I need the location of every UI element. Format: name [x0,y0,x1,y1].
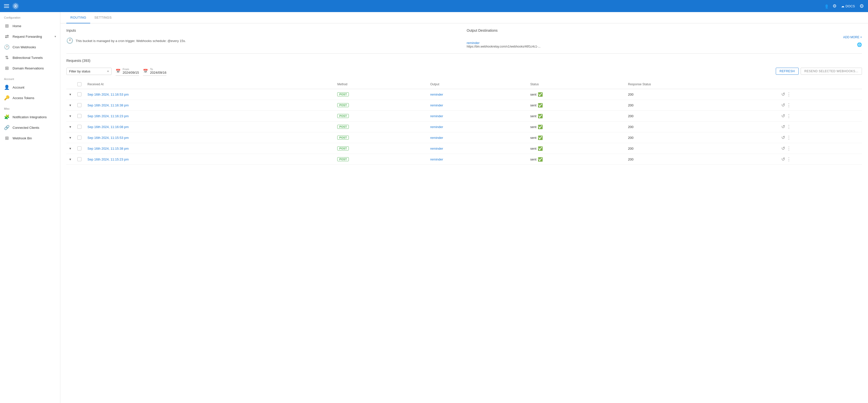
replay-button-3[interactable]: ↺ [781,124,785,129]
more-button-0[interactable]: ⋮ [786,92,791,97]
expand-cell-1[interactable]: ▾ [66,100,74,111]
sidebar-item-cron-webhooks[interactable]: 🕐 Cron Webhooks [0,42,60,52]
row-actions-4: ↺ ⋮ [781,135,859,140]
sidebar-item-bidirectional-tunnels[interactable]: ⇅ Bidirectional Tunnels [0,52,60,63]
calendar-from-icon[interactable]: 📅 [116,69,121,74]
calendar-to-icon[interactable]: 📅 [143,69,148,74]
expand-cell-3[interactable]: ▾ [66,121,74,132]
date-link-3[interactable]: Sep 16th 2024, 11:16:08 pm [88,125,129,129]
row-checkbox-5[interactable] [78,146,82,150]
date-link-2[interactable]: Sep 16th 2024, 11:16:23 pm [88,114,129,118]
hamburger-icon[interactable] [4,4,9,8]
output-panel: Output Destinations ADD MORE + reminder … [467,28,862,48]
sidebar-item-notification-integrations[interactable]: 🧩 Notification Integrations [0,112,60,122]
output-cell-link-5[interactable]: reminder [430,147,443,150]
expand-icon-4[interactable]: ▾ [69,136,71,140]
replay-button-2[interactable]: ↺ [781,113,785,119]
tab-settings[interactable]: SETTINGS [90,12,116,23]
more-button-6[interactable]: ⋮ [786,156,791,162]
output-url: https://bin.webhookrelay.com/v1/webhooks… [467,45,540,48]
inputs-panel: Inputs 🕐 This bucket is managed by a cro… [66,28,462,48]
table-row: ▾ Sep 16th 2024, 11:15:53 pm POST remind… [66,132,862,143]
sidebar-item-connected-clients[interactable]: 🔗 Connected Clients [0,122,60,133]
expand-cell-5[interactable]: ▾ [66,143,74,154]
sidebar-item-access-tokens[interactable]: 🔑 Access Tokens [0,93,60,103]
date-link-1[interactable]: Sep 16th 2024, 11:16:38 pm [88,104,129,107]
filter-placeholder: Filter by status [69,69,90,73]
date-link-5[interactable]: Sep 16th 2024, 11:15:38 pm [88,147,129,150]
more-button-2[interactable]: ⋮ [786,113,791,119]
gear-icon[interactable]: ⚙ [860,3,864,9]
date-link-0[interactable]: Sep 16th 2024, 11:16:53 pm [88,93,129,96]
output-cell-link-4[interactable]: reminder [430,136,443,140]
refresh-button[interactable]: REFRESH [776,68,799,75]
replay-button-4[interactable]: ↺ [781,135,785,140]
replay-button-0[interactable]: ↺ [781,92,785,97]
expand-icon-0[interactable]: ▾ [69,92,71,96]
output-link[interactable]: reminder [467,41,479,45]
date-link-6[interactable]: Sep 16th 2024, 11:15:23 pm [88,157,129,161]
output-cell-link-3[interactable]: reminder [430,125,443,129]
output-title: Output Destinations [467,28,862,32]
date-link-4[interactable]: Sep 16th 2024, 11:15:53 pm [88,136,129,140]
logo-icon [12,2,19,9]
more-button-1[interactable]: ⋮ [786,103,791,108]
docs-button[interactable]: ☁ DOCS [841,4,855,8]
add-more-button[interactable]: ADD MORE + [467,35,862,39]
th-received-at: Received At [85,80,334,89]
status-text-0: sent [530,93,536,96]
expand-icon-5[interactable]: ▾ [69,146,71,150]
expand-icon-3[interactable]: ▾ [69,125,71,129]
row-actions-cell-6: ↺ ⋮ [778,154,862,165]
output-cell-link-1[interactable]: reminder [430,104,443,107]
received-at-cell-0: Sep 16th 2024, 11:16:53 pm [85,89,334,100]
sidebar-item-label-home: Home [12,24,21,28]
replay-button-6[interactable]: ↺ [781,156,785,162]
sidebar-item-request-forwarding[interactable]: ⇄ Request Forwarding ▾ [0,31,60,42]
received-at-cell-6: Sep 16th 2024, 11:15:23 pm [85,154,334,165]
row-checkbox-6[interactable] [78,157,82,161]
sidebar-item-webhook-bin[interactable]: ⊞ Webhook Bin [0,133,60,143]
sidebar-item-domain-reservations[interactable]: ⊞ Domain Reservations [0,63,60,74]
expand-cell-0[interactable]: ▾ [66,89,74,100]
output-cell-link-6[interactable]: reminder [430,157,443,161]
tab-routing[interactable]: ROUTING [66,12,90,23]
replay-button-5[interactable]: ↺ [781,146,785,151]
bin-icon: ⊞ [4,135,9,141]
cron-message: This bucket is managed by a cron trigger… [75,39,186,43]
output-cell-link-2[interactable]: reminder [430,114,443,118]
more-button-3[interactable]: ⋮ [786,124,791,129]
sidebar-item-account[interactable]: 👤 Account [0,82,60,93]
output-cell-1: reminder [427,100,527,111]
expand-icon-6[interactable]: ▾ [69,157,71,161]
settings-icon[interactable]: ⚙ [833,3,837,9]
users-icon[interactable]: 👥 [823,3,828,9]
filter-status-select[interactable]: Filter by status ▾ [66,68,112,75]
docs-icon: ☁ [841,4,844,8]
select-all-checkbox[interactable] [78,82,82,86]
row-checkbox-1[interactable] [78,103,82,107]
response-status-cell-2: 200 [625,111,778,121]
row-actions-cell-2: ↺ ⋮ [778,111,862,121]
response-status-cell-1: 200 [625,100,778,111]
sidebar-item-home[interactable]: ⊞ Home [0,21,60,31]
th-checkbox [74,80,85,89]
expand-icon-2[interactable]: ▾ [69,114,71,118]
more-button-4[interactable]: ⋮ [786,135,791,140]
replay-button-1[interactable]: ↺ [781,103,785,108]
expand-icon-1[interactable]: ▾ [69,103,71,107]
expand-cell-6[interactable]: ▾ [66,154,74,165]
row-checkbox-4[interactable] [78,136,82,140]
resend-button[interactable]: RESEND SELECTED WEBHOOKS... [801,68,862,75]
output-cell-link-0[interactable]: reminder [430,93,443,96]
more-button-5[interactable]: ⋮ [786,146,791,151]
expand-cell-4[interactable]: ▾ [66,132,74,143]
status-sent-3: sent ✅ [530,124,622,129]
row-checkbox-2[interactable] [78,114,82,118]
account-icon: 👤 [4,85,9,90]
row-actions-cell-4: ↺ ⋮ [778,132,862,143]
row-checkbox-3[interactable] [78,125,82,129]
row-checkbox-0[interactable] [78,92,82,96]
expand-cell-2[interactable]: ▾ [66,111,74,121]
sidebar-item-label-tokens: Access Tokens [12,96,34,100]
